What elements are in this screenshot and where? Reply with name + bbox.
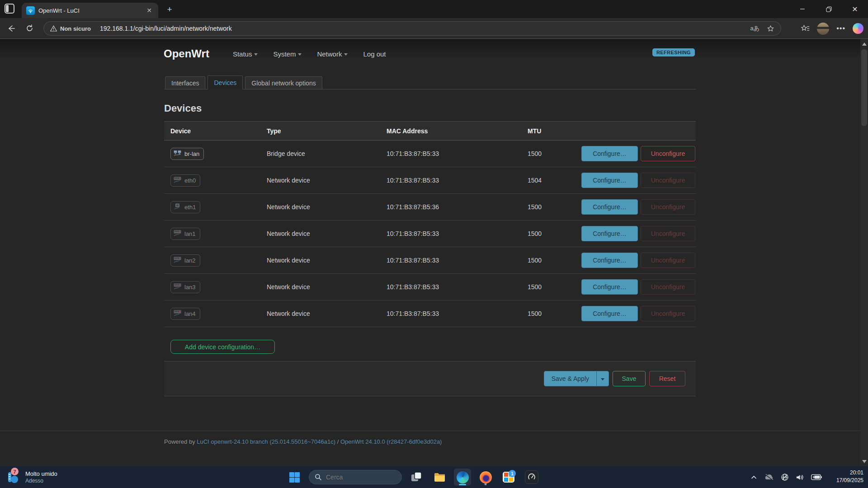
device-badge: lan3: [170, 281, 200, 293]
device-type: Network device: [260, 203, 380, 211]
device-type: Network device: [260, 257, 380, 264]
device-type: Network device: [260, 283, 380, 291]
browser-tab[interactable]: OpenWrt - LuCI ✕: [22, 3, 158, 18]
save-apply-button[interactable]: Save & Apply: [544, 371, 609, 386]
save-button[interactable]: Save: [613, 371, 646, 386]
weather-icon: 7: [7, 470, 21, 484]
network-globe-icon[interactable]: [781, 473, 789, 481]
maximize-button[interactable]: [816, 0, 842, 18]
device-mac: 10:71:B3:87:B5:33: [380, 150, 521, 157]
device-badge: eth1: [170, 201, 200, 213]
close-window-button[interactable]: ✕: [842, 0, 868, 18]
url-text: 192.168.1.1/cgi-bin/luci/admin/network/n…: [100, 25, 750, 32]
tab-global-network-options[interactable]: Global network options: [245, 76, 322, 89]
clock[interactable]: 20:01 17/09/2025: [836, 469, 863, 485]
copilot-icon[interactable]: [853, 23, 863, 34]
col-mac: MAC Address: [380, 127, 521, 135]
unconfigure-button[interactable]: Unconfigure: [641, 279, 695, 295]
unconfigure-button[interactable]: Unconfigure: [641, 253, 695, 268]
more-menu-icon[interactable]: •••: [836, 24, 845, 33]
device-mtu: 1500: [521, 150, 575, 157]
configure-button[interactable]: Configure…: [581, 253, 638, 268]
translate-icon[interactable]: aあ: [750, 24, 760, 33]
table-row: lan2Network device10:71:B3:87:B5:331500C…: [164, 247, 696, 274]
new-tab-button[interactable]: +: [164, 4, 175, 15]
tab-title: OpenWrt - LuCI: [38, 7, 141, 14]
battery-icon[interactable]: [811, 474, 822, 480]
tab-search-icon[interactable]: [5, 4, 14, 14]
ethernet-icon: [174, 310, 181, 318]
unconfigure-button[interactable]: Unconfigure: [641, 173, 695, 188]
scrollbar-thumb[interactable]: [861, 49, 867, 126]
address-bar[interactable]: Non sicuro 192.168.1.1/cgi-bin/luci/admi…: [43, 21, 781, 36]
device-badge: br-lan: [170, 148, 204, 160]
tab-devices[interactable]: Devices: [208, 75, 243, 89]
favorites-bar-icon[interactable]: [801, 24, 810, 33]
configure-button[interactable]: Configure…: [581, 279, 638, 295]
powered-by-text: Powered by: [164, 438, 197, 445]
device-mac: 10:71:B3:87:B5:33: [380, 310, 521, 317]
ethernet-icon: [174, 230, 181, 238]
configure-button[interactable]: Configure…: [581, 199, 638, 215]
tray-chevron-icon[interactable]: [750, 474, 757, 481]
device-name: lan2: [184, 257, 196, 264]
start-button[interactable]: [286, 469, 303, 486]
table-row: lan3Network device10:71:B3:87:B5:331500C…: [164, 274, 696, 300]
add-device-configuration-button[interactable]: Add device configuration…: [170, 340, 275, 354]
section-tabs: Interfaces Devices Global network option…: [164, 76, 696, 89]
save-apply-dropdown[interactable]: [596, 371, 609, 386]
browser-chrome: OpenWrt - LuCI ✕ + ✕ Non sicuro 192.168.…: [0, 0, 868, 39]
favorite-star-icon[interactable]: [767, 25, 774, 33]
speedtest-icon: [525, 470, 538, 484]
luci-version-link[interactable]: LuCI openwrt-24.10 branch (25.014.55016~…: [197, 438, 335, 445]
luci-page: OpenWrt Status System Network Log out RE…: [0, 39, 860, 466]
configure-button[interactable]: Configure…: [581, 306, 638, 321]
volume-icon[interactable]: [796, 474, 804, 481]
microsoft-store-icon: 1: [503, 472, 514, 483]
scrollbar-down-arrow[interactable]: [860, 458, 868, 465]
reset-button[interactable]: Reset: [649, 371, 685, 386]
openwrt-favicon: [26, 6, 35, 15]
device-mtu: 1500: [521, 203, 575, 211]
col-device: Device: [164, 127, 260, 135]
unconfigure-button[interactable]: Unconfigure: [641, 226, 695, 241]
store-button[interactable]: 1: [500, 469, 517, 486]
site-security-chip[interactable]: Non sicuro: [50, 25, 91, 32]
unconfigure-button[interactable]: Unconfigure: [641, 199, 695, 215]
device-name: eth1: [184, 204, 196, 211]
taskbar-search[interactable]: [309, 470, 402, 484]
device-mac: 10:71:B3:87:B5:36: [380, 203, 521, 211]
unconfigure-button[interactable]: Unconfigure: [641, 306, 695, 321]
page-title: Devices: [164, 103, 202, 114]
table-header-row: Device Type MAC Address MTU: [164, 121, 696, 141]
tab-interfaces[interactable]: Interfaces: [165, 76, 205, 89]
firefox-icon: [480, 471, 492, 483]
close-tab-icon[interactable]: ✕: [145, 6, 154, 15]
firefox-button[interactable]: [477, 469, 494, 486]
configure-button[interactable]: Configure…: [581, 226, 638, 241]
minimize-button[interactable]: [789, 0, 816, 18]
openwrt-version-link[interactable]: OpenWrt 24.10.0 (r28427-6df0e3d02a): [340, 438, 442, 445]
configure-button[interactable]: Configure…: [581, 146, 638, 161]
edge-button[interactable]: [454, 469, 471, 486]
back-icon[interactable]: [5, 22, 18, 35]
search-input[interactable]: [326, 474, 389, 481]
weather-time: Adesso: [25, 478, 57, 484]
col-mtu: MTU: [521, 127, 575, 135]
device-badge: lan1: [170, 228, 200, 240]
page-actions: Save & Apply Save Reset: [164, 361, 696, 396]
ethernet-icon: [174, 177, 181, 184]
scrollbar-up-arrow[interactable]: [860, 40, 868, 48]
file-explorer-button[interactable]: [431, 469, 448, 486]
speedtest-button[interactable]: [523, 469, 540, 486]
task-view-button[interactable]: [408, 469, 425, 486]
refresh-icon[interactable]: [23, 22, 36, 35]
weather-widget[interactable]: 7 Molto umido Adesso: [4, 468, 61, 486]
profile-avatar[interactable]: [817, 23, 829, 35]
col-type: Type: [260, 127, 380, 135]
store-badge: 1: [509, 470, 516, 477]
configure-button[interactable]: Configure…: [581, 173, 638, 188]
page-scrollbar[interactable]: [860, 39, 868, 466]
unconfigure-button[interactable]: Unconfigure: [641, 146, 695, 161]
onedrive-paused-icon[interactable]: [764, 474, 774, 481]
